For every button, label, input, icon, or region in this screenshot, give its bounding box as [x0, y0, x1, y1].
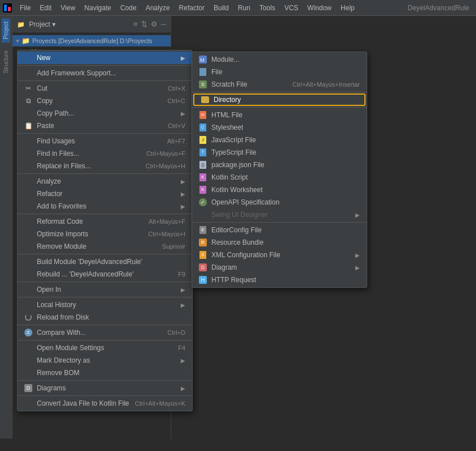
- submenu-item-js[interactable]: J JavaScript File: [192, 134, 367, 146]
- paste-icon: 📋: [23, 121, 33, 131]
- ctx-item-refactor[interactable]: Refactor ▶: [18, 188, 192, 200]
- ctx-item-favorites[interactable]: Add to Favorites ▶: [18, 200, 192, 212]
- context-menu-item-new[interactable]: New ▶ M Module... File S: [18, 52, 192, 64]
- ctx-item-markdir[interactable]: Mark Directory as ▶: [18, 354, 192, 367]
- tree-root[interactable]: ▼ 📁 Proyects [DeyelAdvancedRule] D:\Proy…: [12, 35, 171, 46]
- structure-tab[interactable]: Structure: [2, 47, 10, 77]
- ctx-item-compare[interactable]: ≠ Compare With... Ctrl+D: [18, 326, 192, 339]
- submenu-sep-1: [192, 92, 367, 92]
- new-icon: [23, 53, 33, 63]
- submenu-item-ts[interactable]: T TypeScript File: [192, 146, 367, 159]
- markdir-icon: [23, 355, 33, 365]
- ctx-sep-12: [18, 395, 192, 396]
- project-tab[interactable]: Project: [2, 18, 10, 42]
- ctx-item-localhistory[interactable]: Local History ▶: [18, 299, 192, 311]
- ctx-item-paste[interactable]: 📋 Paste Ctrl+V: [18, 120, 192, 132]
- submenu-item-openapi[interactable]: ✓ OpenAPI Specification: [192, 196, 367, 209]
- submenu-item-html[interactable]: H HTML File: [192, 109, 367, 121]
- convertjava-shortcut: Ctrl+Alt+Mayús+K: [135, 400, 185, 407]
- submenu-item-scratch[interactable]: S Scratch File Ctrl+Alt+Mayús+Insertar: [192, 78, 367, 91]
- ctx-item-modulesettings[interactable]: Open Module Settings F4: [18, 342, 192, 354]
- svg-rect-2: [8, 7, 11, 11]
- ctx-item-findusages[interactable]: Find Usages Alt+F7: [18, 135, 192, 147]
- menu-navigate[interactable]: Navigate: [80, 2, 115, 14]
- submenu-item-module[interactable]: M Module...: [192, 53, 367, 66]
- submenu-sep-2: [192, 107, 367, 108]
- submenu-item-kotlin-worksheet[interactable]: K Kotlin Worksheet: [192, 184, 367, 196]
- ctx-item-optimize[interactable]: Optimize Imports Ctrl+Mayús+I: [18, 228, 192, 240]
- ctx-item-analyze[interactable]: Analyze ▶: [18, 175, 192, 188]
- menu-code[interactable]: Code: [116, 2, 141, 14]
- panel-settings-icon[interactable]: ⚙: [151, 20, 158, 28]
- submenu-item-resource[interactable]: R Resource Bundle: [192, 236, 367, 249]
- ctx-sep-5: [18, 214, 192, 214]
- ctx-sep-6: [18, 254, 192, 254]
- submenu-item-http[interactable]: H HTTP Request: [192, 274, 367, 286]
- reload-icon: [23, 312, 33, 322]
- submenu-item-diagram[interactable]: D Diagram ▶: [192, 261, 367, 274]
- panel-header: 📁 Project ▾ ≡ ⇅ ⚙ ─: [12, 16, 171, 33]
- new-arrow-icon: ▶: [181, 55, 185, 61]
- menu-window[interactable]: Window: [303, 2, 335, 14]
- panel-minimize-icon[interactable]: ─: [161, 20, 166, 28]
- submenu-item-packagejson[interactable]: {} package.json File: [192, 159, 367, 171]
- ctx-item-convertjava[interactable]: Convert Java File to Kotlin File Ctrl+Al…: [18, 397, 192, 410]
- submenu-item-directory[interactable]: Directory: [193, 93, 366, 106]
- refactor-icon: [23, 189, 33, 199]
- menu-build[interactable]: Build: [210, 2, 233, 14]
- html-label: HTML File: [211, 111, 360, 119]
- submenu-item-editorconfig[interactable]: E EditorConfig File: [192, 224, 367, 236]
- app-title: DeyelAdvancedRule: [407, 4, 474, 12]
- panel-icon-horiz-arrange[interactable]: ≡: [133, 20, 138, 28]
- menu-help[interactable]: Help: [337, 2, 359, 14]
- panel-icon-vert-arrange[interactable]: ⇅: [141, 20, 147, 28]
- module-label: Module...: [211, 56, 360, 63]
- ctx-sep-2: [18, 80, 192, 81]
- ctx-item-copy[interactable]: ⧉ Copy Ctrl+C: [18, 95, 192, 107]
- findinfiles-icon: [23, 148, 33, 159]
- ctx-item-openin[interactable]: Open In ▶: [18, 283, 192, 296]
- ctx-item-reformat[interactable]: Reformat Code Alt+Mayús+F: [18, 215, 192, 228]
- menu-items: File Edit View Navigate Code Analyze Ref…: [16, 2, 359, 14]
- submenu-item-file[interactable]: File: [192, 66, 367, 78]
- menu-edit[interactable]: Edit: [36, 2, 56, 14]
- menu-file[interactable]: File: [16, 2, 35, 14]
- submenu-item-css[interactable]: C Stylesheet: [192, 121, 367, 134]
- submenu-item-xml[interactable]: X XML Configuration File ▶: [192, 249, 367, 261]
- markdir-label: Mark Directory as: [37, 356, 177, 364]
- ctx-item-copypath[interactable]: Copy Path... ▶: [18, 107, 192, 120]
- optimize-label: Optimize Imports: [37, 230, 148, 238]
- findusages-label: Find Usages: [37, 137, 167, 145]
- menu-run[interactable]: Run: [234, 2, 254, 14]
- openapi-icon: ✓: [198, 197, 208, 207]
- compare-shortcut: Ctrl+D: [168, 329, 185, 336]
- menu-analyze[interactable]: Analyze: [142, 2, 174, 14]
- ctx-item-rebuild[interactable]: Rebuild ... 'DeyelAdvancedRule' F9: [18, 268, 192, 280]
- resource-label: Resource Bundle: [211, 239, 360, 246]
- ctx-item-replaceinfiles[interactable]: Replace in Files... Ctrl+Mayús+H: [18, 160, 192, 172]
- menu-tools[interactable]: Tools: [256, 2, 279, 14]
- file-label: File: [211, 68, 360, 76]
- menu-view[interactable]: View: [57, 2, 79, 14]
- swing-label: Swing UI Designer: [211, 211, 355, 219]
- ctx-item-diagrams[interactable]: D Diagrams ▶: [18, 382, 192, 394]
- new-label: New: [37, 54, 181, 62]
- scratch-icon: S: [198, 79, 208, 90]
- packagejson-label: package.json File: [211, 161, 360, 169]
- ctx-item-cut[interactable]: ✂ Cut Ctrl+X: [18, 82, 192, 95]
- ctx-item-reload[interactable]: Reload from Disk: [18, 311, 192, 324]
- scratch-shortcut: Ctrl+Alt+Mayús+Insertar: [292, 81, 360, 88]
- ctx-item-removemodule[interactable]: Remove Module Suprimir: [18, 240, 192, 253]
- submenu-item-kotlin-script[interactable]: K Kotlin Script: [192, 171, 367, 184]
- diagrams-label: Diagrams: [37, 384, 177, 392]
- ctx-item-build[interactable]: Build Module 'DeyelAdvancedRule': [18, 256, 192, 268]
- ctx-item-removebom[interactable]: Remove BOM: [18, 367, 192, 379]
- menu-refactor[interactable]: Refactor: [175, 2, 209, 14]
- html-icon: H: [198, 110, 208, 120]
- copy-icon: ⧉: [23, 96, 33, 106]
- ctx-sep-9: [18, 325, 192, 325]
- packagejson-icon: {}: [198, 160, 208, 170]
- ctx-item-findinfiles[interactable]: Find in Files... Ctrl+Mayús+F: [18, 147, 192, 160]
- ctx-item-framework[interactable]: Add Framework Support...: [18, 67, 192, 79]
- menu-vcs[interactable]: VCS: [280, 2, 303, 14]
